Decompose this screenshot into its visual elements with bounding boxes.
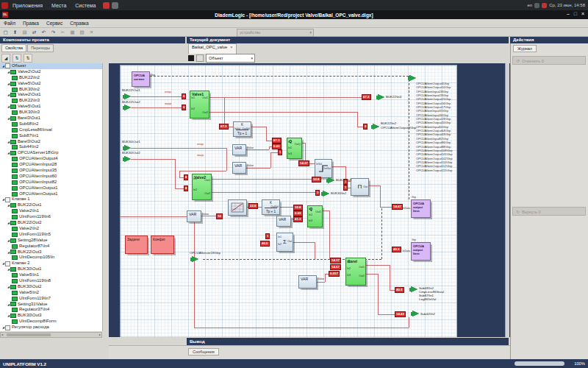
tree-item[interactable]: Sub87\In1 (0, 133, 102, 139)
tree-item[interactable]: ◢Setting31\Value (0, 302, 102, 308)
opcua-output2-block[interactable]: OPCUAoutputItemInDataGrp (411, 242, 431, 261)
tree-item[interactable]: UIntForm119\In5 (0, 232, 102, 238)
connector-arrow-icon[interactable] (124, 105, 131, 110)
save-icon[interactable]: ▤ (21, 28, 29, 36)
tab-transitions[interactable]: Переходы (27, 44, 54, 52)
device-combo[interactable]: устройство▾ (237, 29, 314, 37)
project-tree[interactable]: ◢Объект◢Valve2\Out2BUK22\In2◢Valve5\Out2… (0, 63, 103, 331)
undo-action-bar[interactable]: ↺Отменить 0 (512, 56, 586, 65)
update-icon[interactable] (542, 3, 547, 8)
tree-item[interactable]: OPCUAItemOutput1 (0, 191, 102, 197)
window-titlebar[interactable]: DL DiademLogic - [/home/user/Red/project… (0, 10, 588, 19)
scrollbar-thumb[interactable] (7, 333, 51, 336)
connector-arrow-icon[interactable] (124, 93, 131, 99)
tree-item[interactable]: Valve2\In1 (0, 208, 102, 214)
expand-collapse-icon[interactable]: ⇅ (24, 54, 32, 63)
tree-item[interactable]: ◢Клапан 2 (0, 261, 102, 266)
graph-block[interactable] (228, 199, 247, 216)
tree-item[interactable]: Valve5\In1 (0, 272, 102, 278)
connector-arrow-icon[interactable] (192, 256, 198, 262)
redo-action-bar[interactable]: ↻Вернуть 0 (512, 207, 586, 216)
tree-horizontal-scrollbar[interactable]: ◂ ▸ (0, 332, 102, 338)
tree-item[interactable]: BUK30\In3 (0, 110, 102, 116)
tree-item[interactable]: UIntForm119\In7 (0, 296, 102, 302)
tree-item[interactable]: ◢Valve5\Out1 (0, 104, 102, 110)
tree-item[interactable]: ◢Valve2\Out1 (0, 92, 102, 98)
stop-icon[interactable] (188, 55, 194, 61)
tree-item[interactable]: BUK22\In3 (0, 98, 102, 104)
panel-launcher-icon[interactable] (103, 2, 110, 9)
opcua-output1-block[interactable]: OPCUAoutputItemInDataGrp (411, 199, 431, 218)
tab-properties[interactable]: Свойства (1, 44, 26, 52)
tree-item[interactable]: ◢Клапан 1 (0, 197, 102, 202)
var1-block[interactable]: VARValue (232, 144, 246, 155)
tree-item[interactable]: OPCUAItemInput82 (0, 180, 102, 185)
q2-block[interactable]: QIn1In2In3Out1 (307, 205, 323, 227)
tree-item[interactable]: Regulator87\In4 (0, 244, 102, 250)
scroll-right-icon[interactable]: ▸ (99, 333, 101, 337)
pi-block[interactable]: ΠOut (351, 178, 369, 196)
k2-block[interactable]: KTp + 1OutVal (262, 199, 280, 215)
diagram-page[interactable] (120, 65, 457, 337)
tasks-block[interactable]: Задачи (125, 236, 148, 254)
distro-icon[interactable] (1, 2, 8, 9)
document-tab[interactable]: Baikal_OPC_valve× (188, 43, 237, 54)
menu-service[interactable]: Сервис (43, 21, 66, 26)
tree-item[interactable]: OPCUAItemInput60 (0, 174, 102, 180)
tree-item[interactable]: UIntForm119\In8 (0, 278, 102, 284)
connector-arrow-icon[interactable] (411, 286, 417, 292)
config-block[interactable]: Конфиг (151, 236, 174, 254)
tab-messages[interactable]: Сообщения (188, 348, 219, 355)
tree-item[interactable]: OPCUAItemInput28 (0, 162, 102, 168)
checkbox-icon[interactable] (5, 197, 10, 202)
tree-item[interactable]: ◢BUK22\Out2 (0, 220, 102, 226)
tree-item[interactable]: ◢Valve5\Out2 (0, 81, 102, 87)
tree-item[interactable]: UIntDecomp105\In (0, 255, 102, 261)
tree-item[interactable]: ◢OPCUAServer18\Grp (0, 150, 102, 156)
cursor-icon[interactable]: ◢ (1, 54, 10, 63)
close-icon[interactable]: × (230, 45, 232, 49)
canvas-vertical-scrollbar[interactable] (505, 63, 509, 337)
menu-system[interactable]: Система (71, 3, 100, 8)
tree-item[interactable]: Sub44\In2 (0, 144, 102, 150)
tree-item[interactable]: ◢BUK30\Out2 (0, 284, 102, 290)
tree-item[interactable]: ◢BUK30\Out1 (0, 266, 102, 272)
menu-places[interactable]: Места (47, 3, 71, 8)
tree-item[interactable]: ◢Setting28\Value (0, 238, 102, 244)
tree-item[interactable]: ◢Объект (0, 63, 102, 69)
connector-arrow-icon[interactable] (412, 311, 419, 316)
open-icon[interactable]: ⬆ (11, 28, 19, 36)
cut-icon[interactable]: ✂ (59, 28, 67, 36)
zoom-slider[interactable] (514, 361, 564, 366)
tree-item[interactable]: ◢BUK22\Out3 (0, 250, 102, 255)
barel-block[interactable]: BarelIn1In2In3Out1Out2 (345, 258, 366, 286)
paste-icon[interactable]: ▧ (78, 28, 86, 36)
journal-button[interactable]: Журнал (513, 45, 537, 52)
connector-arrow-icon[interactable] (409, 75, 416, 81)
panel-launcher-icon2[interactable] (112, 2, 118, 9)
valve2-block[interactable]: Valve2In1In2Out1Out2 (192, 174, 212, 200)
tree-item[interactable]: Valve2\In2 (0, 226, 102, 232)
window-controls[interactable]: – □ × (567, 11, 586, 16)
checkbox-icon[interactable] (5, 63, 10, 68)
connector-arrow-icon[interactable] (124, 145, 131, 151)
valve1-block[interactable]: Valve1In1In2Out1Out2 (190, 91, 209, 118)
connector-arrow-icon[interactable] (323, 191, 329, 197)
tree-item[interactable]: ◢Valve2\Out2 (0, 69, 102, 75)
tree-item[interactable]: OPCUAItemOutput1 (0, 185, 102, 191)
menu-file[interactable]: Файл (0, 21, 19, 26)
checkbox-icon[interactable] (5, 261, 10, 266)
scroll-left-icon[interactable]: ◂ (1, 333, 3, 337)
volume-icon[interactable] (534, 3, 539, 8)
menu-applications[interactable]: Приложения (8, 3, 47, 8)
tree-item[interactable]: ◢Barel3\Out2 (0, 139, 102, 145)
tree-item[interactable]: ◢Barel3\Out1 (0, 116, 102, 121)
var4-block[interactable]: VARValue (187, 210, 201, 222)
diagram-canvas-area[interactable]: OPCUAсигналGrpValve1In1In2Out1Out2KTp + … (109, 63, 510, 337)
tree-item[interactable]: OPCUAItemOutput4 (0, 156, 102, 162)
k1-block[interactable]: KTp + 1InValOutVal (233, 121, 251, 137)
menu-help[interactable]: Справка (66, 21, 93, 26)
var2-block[interactable]: VARValue (232, 162, 246, 174)
copy-icon[interactable]: ▦ (68, 28, 76, 36)
connector-arrow-icon[interactable] (378, 94, 384, 100)
